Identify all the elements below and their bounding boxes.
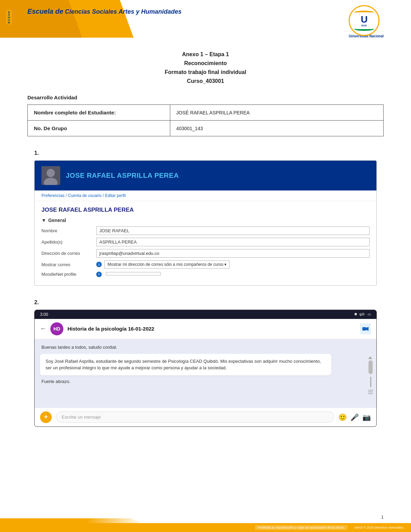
chat-message-input[interactable]: Escribe un mensaje xyxy=(56,411,334,423)
title-line2: Reconocimiento xyxy=(27,60,384,66)
moodle-user-name: JOSE RAFAEL ASPRILLA PEREA xyxy=(66,172,179,180)
chat-video-icon[interactable] xyxy=(360,323,371,334)
chat-title: Historia de la psicología 16-01-2022 xyxy=(67,326,356,332)
chat-message-bubble: Soy José Rafael Asprilla, estudiante de … xyxy=(40,354,331,375)
chat-screenshot: 3:00 ✱ ψ⊪ ▭ ← HD Historia de la psicolog… xyxy=(34,310,377,427)
field-label-moodlenet: MoodleNet profile xyxy=(41,272,96,277)
chat-status-bar: 3:00 ✱ ψ⊪ ▭ xyxy=(35,310,376,319)
chat-hd-badge: HD xyxy=(50,322,63,335)
field-value-nombre: JOSE RAFAEL xyxy=(96,226,370,235)
field-value-moodlenet: i xyxy=(96,271,370,277)
info-table: Nombre completo del Estudiante: JOSÉ RAF… xyxy=(27,104,384,136)
unad-logo-circle: U NAD xyxy=(349,5,379,36)
moodle-section-title: JOSE RAFAEL ASPRILLA PEREA xyxy=(41,207,370,213)
ecsah-label: ECSAH xyxy=(6,10,12,24)
footer-warning: Prohibida su reproducción y copia sin au… xyxy=(255,525,347,530)
moodle-field-moodlenet: MoodleNet profile i xyxy=(41,271,370,277)
nombre-input[interactable]: JOSE RAFAEL xyxy=(96,226,370,235)
mostrar-correo-select[interactable]: Mostrar mi dirección de correo sólo a mi… xyxy=(104,260,229,269)
page-footer: Prohibida su reproducción y copia sin au… xyxy=(0,511,411,532)
svg-marker-1 xyxy=(0,0,82,38)
field-label-email: Dirección de correo xyxy=(41,251,96,256)
moodlenet-info-icon: i xyxy=(96,272,102,277)
moodle-body: JOSE RAFAEL ASPRILLA PEREA ▼ General Nom… xyxy=(35,201,376,285)
moodle-avatar xyxy=(41,166,60,185)
chat-input-bar: + Escribe un mensaje 🙂 🎤 📷 xyxy=(35,408,376,426)
signal-icon: ψ⊪ xyxy=(359,312,365,317)
title-line4: Curso_403001 xyxy=(27,78,384,84)
main-content: Anexo 1 – Etapa 1 Reconocimiento Formato… xyxy=(0,38,411,468)
field-label-apellidos: Apellido(s) xyxy=(41,239,96,245)
chat-closing: Fuerte abrazo. xyxy=(40,379,371,384)
chat-greeting: Buenas tardes a todos, saludo cordial. xyxy=(40,345,371,350)
scroll-line xyxy=(370,377,371,387)
table-row: Nombre completo del Estudiante: JOSÉ RAF… xyxy=(28,105,384,121)
title-line1: Anexo 1 – Etapa 1 xyxy=(27,51,384,58)
moodle-group-label: ▼ General xyxy=(41,218,370,223)
email-input[interactable]: jrasprillap@unadvirtual.edu.co xyxy=(96,249,370,258)
header-diagonal-bg xyxy=(0,0,144,38)
section-label: Desarrollo Actividad xyxy=(27,95,384,100)
unad-logo: U NAD Universidad Nacional Abierta y a D… xyxy=(349,5,397,38)
section-1: 1. JOSE RAFAEL ASPRILLA PEREA Pr xyxy=(27,150,384,286)
section-1-number: 1. xyxy=(34,150,384,156)
chat-action-icons: 🙂 🎤 📷 xyxy=(338,413,371,421)
moodlenet-input[interactable] xyxy=(106,272,161,275)
apellidos-input[interactable]: ASPRILLA PEREA xyxy=(96,238,370,246)
section-2: 2. 3:00 ✱ ψ⊪ ▭ ← HD Historia de la psico… xyxy=(27,299,384,427)
group-label: No. De Grupo xyxy=(28,121,170,136)
svg-rect-5 xyxy=(362,327,366,331)
title-line3: Formato trabajo final individual xyxy=(27,69,384,75)
moodle-field-apellidos: Apellido(s) ASPRILLA PEREA xyxy=(41,238,370,246)
footer-copyright: UNAD © 2020 derechos reservados. xyxy=(354,526,404,529)
chat-time: 3:00 xyxy=(40,312,48,317)
chat-scroll-indicator xyxy=(368,356,373,394)
footer-stripe xyxy=(0,518,144,523)
alarm-icon: ✱ xyxy=(354,312,357,317)
field-value-apellidos: ASPRILLA PEREA xyxy=(96,238,370,246)
moodle-field-email: Dirección de correo jrasprillap@unadvirt… xyxy=(41,249,370,258)
table-row: No. De Grupo 403001_143 xyxy=(28,121,384,136)
field-value-mostrar-correo: i Mostrar mi dirección de correo sólo a … xyxy=(96,260,370,269)
moodle-field-nombre: Nombre JOSE RAFAEL xyxy=(41,226,370,235)
scroll-bar xyxy=(369,360,373,374)
chat-status-icons: ✱ ψ⊪ ▭ xyxy=(354,312,371,317)
moodle-header: JOSE RAFAEL ASPRILLA PEREA xyxy=(35,161,376,190)
back-arrow-icon[interactable]: ← xyxy=(40,325,46,332)
group-value: 403001_143 xyxy=(170,121,383,136)
section-2-number: 2. xyxy=(34,299,384,306)
emoji-icon[interactable]: 🙂 xyxy=(338,413,347,421)
chat-add-button[interactable]: + xyxy=(40,411,52,423)
battery-icon: ▭ xyxy=(368,312,371,317)
document-titles: Anexo 1 – Etapa 1 Reconocimiento Formato… xyxy=(27,51,384,84)
footer-bottom-bar: Prohibida su reproducción y copia sin au… xyxy=(0,523,411,532)
moodle-field-mostrar-correo: Mostrar correo i Mostrar mi dirección de… xyxy=(41,260,370,269)
scroll-up-icon xyxy=(368,356,372,359)
svg-marker-6 xyxy=(366,327,369,331)
student-name-value: JOSÉ RAFAEL ASPRILLA PEREA xyxy=(170,105,383,121)
page-header: ECSAH Escuela de Ciencias Sociales Artes… xyxy=(0,0,411,38)
school-name: Escuela de Ciencias Sociales Artes y Hum… xyxy=(27,7,182,16)
avatar-placeholder xyxy=(41,166,60,185)
moodle-profile-card: JOSE RAFAEL ASPRILLA PEREA Preferencias … xyxy=(34,160,377,286)
field-value-email: jrasprillap@unadvirtual.edu.co xyxy=(96,249,370,258)
moodle-breadcrumb: Preferencias / Cuenta de usuario / Edita… xyxy=(35,190,376,201)
field-label-nombre: Nombre xyxy=(41,228,96,233)
field-label-mostrar-correo: Mostrar correo xyxy=(41,262,96,267)
microphone-icon[interactable]: 🎤 xyxy=(350,413,359,421)
info-icon: i xyxy=(96,262,102,267)
student-name-label: Nombre completo del Estudiante: xyxy=(28,105,170,121)
chat-messages-area: Buenas tardes a todos, saludo cordial. S… xyxy=(35,339,376,408)
chat-top-bar: ← HD Historia de la psicología 16-01-202… xyxy=(35,319,376,339)
camera-icon[interactable]: 📷 xyxy=(362,413,371,421)
svg-point-3 xyxy=(47,169,55,177)
menu-lines-icon xyxy=(368,390,373,394)
